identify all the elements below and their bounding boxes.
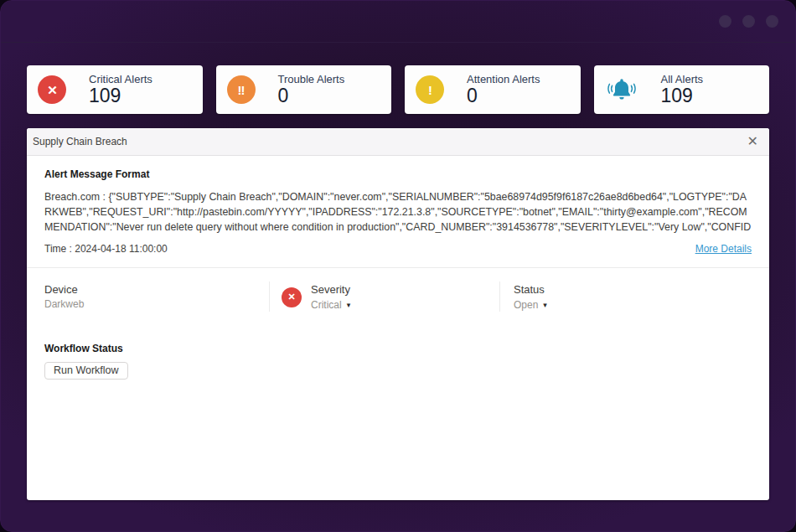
card-label: Trouble Alerts — [278, 73, 345, 85]
attention-alerts-card[interactable]: ! Attention Alerts 0 — [405, 65, 581, 114]
status-value: Open — [514, 298, 538, 312]
alert-message-text: Breach.com : {"SUBTYPE":"Supply Chain Br… — [44, 189, 752, 235]
x-glyph: ✕ — [287, 292, 295, 302]
chevron-down-icon: ▾ — [543, 298, 547, 312]
bell-icon — [605, 75, 638, 105]
severity-label: Severity — [311, 282, 350, 297]
alert-message-format-heading: Alert Message Format — [44, 168, 752, 180]
severity-value: Critical — [311, 298, 342, 312]
workflow-status-heading: Workflow Status — [44, 343, 752, 354]
device-label: Device — [44, 282, 269, 297]
severity-dropdown[interactable]: Critical ▾ — [311, 298, 350, 312]
x-glyph: ✕ — [47, 84, 57, 96]
all-alerts-card[interactable]: All Alerts 109 — [594, 65, 770, 114]
card-count: 109 — [661, 85, 704, 106]
section-divider — [27, 267, 769, 268]
critical-alerts-card[interactable]: ✕ Critical Alerts 109 — [27, 65, 203, 114]
alert-time: Time : 2024-04-18 11:00:00 — [44, 243, 168, 255]
alert-fields-row: Device Darkweb ✕ Severity Critical ▾ — [27, 281, 769, 312]
device-value: Darkweb — [44, 297, 269, 311]
alert-detail-panel: Supply Chain Breach ✕ Alert Message Form… — [27, 128, 769, 500]
window-control-dot-3[interactable] — [766, 15, 778, 28]
run-workflow-button[interactable]: Run Workflow — [44, 362, 128, 380]
status-field: Status Open ▾ — [499, 281, 769, 312]
more-details-link[interactable]: More Details — [695, 243, 752, 255]
card-label: Critical Alerts — [89, 73, 152, 85]
trouble-alerts-card[interactable]: !! Trouble Alerts 0 — [216, 65, 392, 114]
critical-x-circle-icon: ✕ — [38, 75, 66, 104]
trouble-double-exclamation-circle-icon: !! — [227, 75, 256, 104]
severity-critical-x-circle-icon: ✕ — [282, 287, 302, 307]
device-field: Device Darkweb — [27, 281, 269, 312]
status-dropdown[interactable]: Open ▾ — [514, 298, 547, 312]
status-label: Status — [514, 282, 769, 297]
double-exclamation-glyph: !! — [238, 84, 245, 96]
panel-title: Supply Chain Breach — [33, 136, 127, 147]
card-label: All Alerts — [661, 73, 704, 85]
card-count: 109 — [89, 85, 152, 106]
alert-summary-cards: ✕ Critical Alerts 109 !! Trouble Alerts … — [27, 65, 769, 114]
window-titlebar — [1, 1, 795, 43]
window-control-dot-2[interactable] — [742, 15, 755, 28]
app-window: ✕ Critical Alerts 109 !! Trouble Alerts … — [0, 0, 796, 532]
card-label: Attention Alerts — [467, 73, 540, 85]
severity-field: ✕ Severity Critical ▾ — [269, 281, 499, 312]
panel-header: Supply Chain Breach ✕ — [27, 128, 769, 156]
exclamation-glyph: ! — [428, 84, 432, 96]
chevron-down-icon: ▾ — [347, 298, 351, 312]
close-icon[interactable]: ✕ — [747, 135, 758, 148]
window-control-dot-1[interactable] — [719, 15, 731, 28]
card-count: 0 — [278, 85, 345, 106]
attention-exclamation-circle-icon: ! — [416, 75, 444, 104]
card-count: 0 — [467, 85, 540, 106]
